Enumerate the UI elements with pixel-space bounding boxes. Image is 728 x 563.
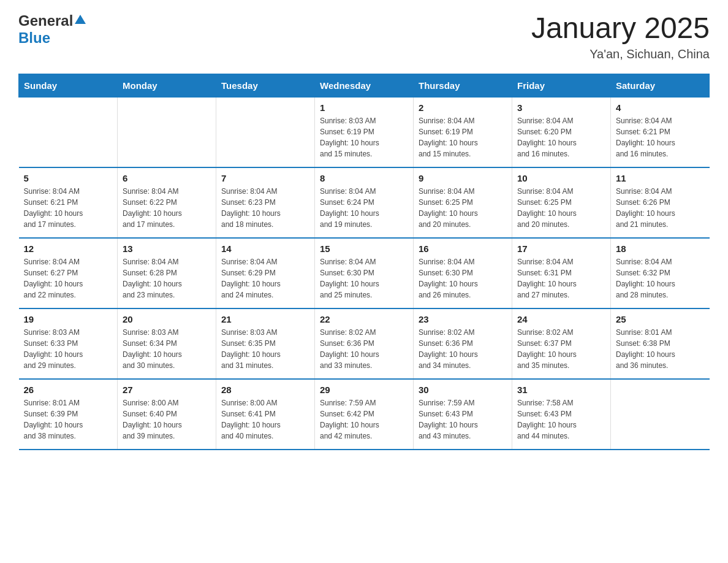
day-number: 16 xyxy=(419,243,507,254)
calendar-day-cell: 12Sunrise: 8:04 AMSunset: 6:27 PMDayligh… xyxy=(19,238,118,308)
day-info: Sunrise: 8:01 AMSunset: 6:39 PMDaylight:… xyxy=(24,397,113,442)
calendar-week-row: 12Sunrise: 8:04 AMSunset: 6:27 PMDayligh… xyxy=(19,238,710,308)
calendar-day-cell: 4Sunrise: 8:04 AMSunset: 6:21 PMDaylight… xyxy=(611,97,710,167)
day-info: Sunrise: 8:04 AMSunset: 6:28 PMDaylight:… xyxy=(123,256,211,301)
calendar-day-cell: 2Sunrise: 8:04 AMSunset: 6:19 PMDaylight… xyxy=(414,97,512,167)
day-of-week-header: Thursday xyxy=(414,74,512,97)
calendar-day-cell xyxy=(611,379,710,450)
day-of-week-header: Wednesday xyxy=(315,74,414,97)
day-info: Sunrise: 8:01 AMSunset: 6:38 PMDaylight:… xyxy=(616,327,705,371)
day-info: Sunrise: 8:04 AMSunset: 6:19 PMDaylight:… xyxy=(419,115,507,159)
calendar-day-cell: 25Sunrise: 8:01 AMSunset: 6:38 PMDayligh… xyxy=(611,308,710,379)
day-info: Sunrise: 8:04 AMSunset: 6:30 PMDaylight:… xyxy=(320,256,408,301)
day-info: Sunrise: 7:59 AMSunset: 6:43 PMDaylight:… xyxy=(419,397,507,442)
calendar-day-cell: 24Sunrise: 8:02 AMSunset: 6:37 PMDayligh… xyxy=(512,308,611,379)
day-info: Sunrise: 8:00 AMSunset: 6:40 PMDaylight:… xyxy=(123,397,211,442)
calendar-week-row: 19Sunrise: 8:03 AMSunset: 6:33 PMDayligh… xyxy=(19,308,710,379)
day-info: Sunrise: 8:04 AMSunset: 6:21 PMDaylight:… xyxy=(616,115,705,159)
day-info: Sunrise: 7:58 AMSunset: 6:43 PMDaylight:… xyxy=(517,397,605,442)
calendar-day-cell: 22Sunrise: 8:02 AMSunset: 6:36 PMDayligh… xyxy=(315,308,414,379)
calendar-day-cell: 23Sunrise: 8:02 AMSunset: 6:36 PMDayligh… xyxy=(414,308,512,379)
calendar-day-cell: 29Sunrise: 7:59 AMSunset: 6:42 PMDayligh… xyxy=(315,379,414,450)
day-number: 20 xyxy=(123,314,211,324)
day-number: 14 xyxy=(221,243,309,254)
calendar-day-cell: 18Sunrise: 8:04 AMSunset: 6:32 PMDayligh… xyxy=(611,238,710,308)
calendar-day-cell: 30Sunrise: 7:59 AMSunset: 6:43 PMDayligh… xyxy=(414,379,512,450)
calendar-week-row: 26Sunrise: 8:01 AMSunset: 6:39 PMDayligh… xyxy=(19,379,710,450)
day-info: Sunrise: 8:03 AMSunset: 6:35 PMDaylight:… xyxy=(221,327,309,371)
calendar-day-cell: 14Sunrise: 8:04 AMSunset: 6:29 PMDayligh… xyxy=(216,238,315,308)
day-of-week-header: Tuesday xyxy=(216,74,315,97)
day-number: 5 xyxy=(24,173,113,183)
day-info: Sunrise: 7:59 AMSunset: 6:42 PMDaylight:… xyxy=(320,397,408,442)
day-info: Sunrise: 8:04 AMSunset: 6:27 PMDaylight:… xyxy=(24,256,113,301)
day-info: Sunrise: 8:04 AMSunset: 6:25 PMDaylight:… xyxy=(517,186,605,230)
day-number: 22 xyxy=(320,314,408,324)
day-number: 1 xyxy=(320,102,408,113)
day-number: 12 xyxy=(24,243,113,254)
title-area: January 2025 Ya'an, Sichuan, China xyxy=(531,12,710,61)
calendar-day-cell: 31Sunrise: 7:58 AMSunset: 6:43 PMDayligh… xyxy=(512,379,611,450)
day-of-week-header: Friday xyxy=(512,74,611,97)
day-of-week-header: Sunday xyxy=(19,74,118,97)
day-info: Sunrise: 8:04 AMSunset: 6:29 PMDaylight:… xyxy=(221,256,309,301)
day-number: 26 xyxy=(24,385,113,395)
day-number: 6 xyxy=(123,173,211,183)
day-info: Sunrise: 8:02 AMSunset: 6:36 PMDaylight:… xyxy=(419,327,507,371)
day-number: 23 xyxy=(419,314,507,324)
page-title: January 2025 xyxy=(531,12,710,45)
day-number: 31 xyxy=(517,385,605,395)
calendar-day-cell: 19Sunrise: 8:03 AMSunset: 6:33 PMDayligh… xyxy=(19,308,118,379)
day-info: Sunrise: 8:04 AMSunset: 6:20 PMDaylight:… xyxy=(517,115,605,159)
page-subtitle: Ya'an, Sichuan, China xyxy=(531,47,710,61)
day-number: 25 xyxy=(616,314,705,324)
day-number: 29 xyxy=(320,385,408,395)
day-number: 15 xyxy=(320,243,408,254)
calendar-day-cell: 10Sunrise: 8:04 AMSunset: 6:25 PMDayligh… xyxy=(512,167,611,238)
day-info: Sunrise: 8:03 AMSunset: 6:34 PMDaylight:… xyxy=(123,327,211,371)
day-number: 27 xyxy=(123,385,211,395)
calendar-day-cell: 6Sunrise: 8:04 AMSunset: 6:22 PMDaylight… xyxy=(118,167,216,238)
calendar-week-row: 1Sunrise: 8:03 AMSunset: 6:19 PMDaylight… xyxy=(19,97,710,167)
calendar-day-cell: 28Sunrise: 8:00 AMSunset: 6:41 PMDayligh… xyxy=(216,379,315,450)
day-number: 19 xyxy=(24,314,113,324)
day-of-week-header: Saturday xyxy=(611,74,710,97)
calendar-day-cell: 7Sunrise: 8:04 AMSunset: 6:23 PMDaylight… xyxy=(216,167,315,238)
calendar-day-cell: 5Sunrise: 8:04 AMSunset: 6:21 PMDaylight… xyxy=(19,167,118,238)
day-info: Sunrise: 8:04 AMSunset: 6:31 PMDaylight:… xyxy=(517,256,605,301)
day-number: 11 xyxy=(616,173,705,183)
day-number: 9 xyxy=(419,173,507,183)
calendar-week-row: 5Sunrise: 8:04 AMSunset: 6:21 PMDaylight… xyxy=(19,167,710,238)
calendar-day-cell: 11Sunrise: 8:04 AMSunset: 6:26 PMDayligh… xyxy=(611,167,710,238)
day-number: 21 xyxy=(221,314,309,324)
day-number: 8 xyxy=(320,173,408,183)
day-info: Sunrise: 8:04 AMSunset: 6:24 PMDaylight:… xyxy=(320,186,408,230)
day-number: 17 xyxy=(517,243,605,254)
calendar-day-cell: 20Sunrise: 8:03 AMSunset: 6:34 PMDayligh… xyxy=(118,308,216,379)
calendar-day-cell: 17Sunrise: 8:04 AMSunset: 6:31 PMDayligh… xyxy=(512,238,611,308)
page-header: General Blue January 2025 Ya'an, Sichuan… xyxy=(18,12,710,61)
calendar-day-cell: 26Sunrise: 8:01 AMSunset: 6:39 PMDayligh… xyxy=(19,379,118,450)
day-info: Sunrise: 8:04 AMSunset: 6:32 PMDaylight:… xyxy=(616,256,705,301)
day-number: 24 xyxy=(517,314,605,324)
calendar-header-row: SundayMondayTuesdayWednesdayThursdayFrid… xyxy=(19,74,710,97)
day-info: Sunrise: 8:03 AMSunset: 6:19 PMDaylight:… xyxy=(320,115,408,159)
calendar-day-cell xyxy=(19,97,118,167)
day-number: 30 xyxy=(419,385,507,395)
day-info: Sunrise: 8:00 AMSunset: 6:41 PMDaylight:… xyxy=(221,397,309,442)
day-info: Sunrise: 8:04 AMSunset: 6:25 PMDaylight:… xyxy=(419,186,507,230)
day-info: Sunrise: 8:04 AMSunset: 6:22 PMDaylight:… xyxy=(123,186,211,230)
calendar-day-cell: 27Sunrise: 8:00 AMSunset: 6:40 PMDayligh… xyxy=(118,379,216,450)
day-info: Sunrise: 8:04 AMSunset: 6:21 PMDaylight:… xyxy=(24,186,113,230)
calendar-day-cell: 15Sunrise: 8:04 AMSunset: 6:30 PMDayligh… xyxy=(315,238,414,308)
calendar-day-cell: 16Sunrise: 8:04 AMSunset: 6:30 PMDayligh… xyxy=(414,238,512,308)
day-number: 2 xyxy=(419,102,507,113)
day-number: 7 xyxy=(221,173,309,183)
day-of-week-header: Monday xyxy=(118,74,216,97)
day-number: 28 xyxy=(221,385,309,395)
day-info: Sunrise: 8:04 AMSunset: 6:23 PMDaylight:… xyxy=(221,186,309,230)
logo-blue-text: Blue xyxy=(18,29,50,46)
day-number: 13 xyxy=(123,243,211,254)
calendar-day-cell: 1Sunrise: 8:03 AMSunset: 6:19 PMDaylight… xyxy=(315,97,414,167)
day-info: Sunrise: 8:02 AMSunset: 6:37 PMDaylight:… xyxy=(517,327,605,371)
